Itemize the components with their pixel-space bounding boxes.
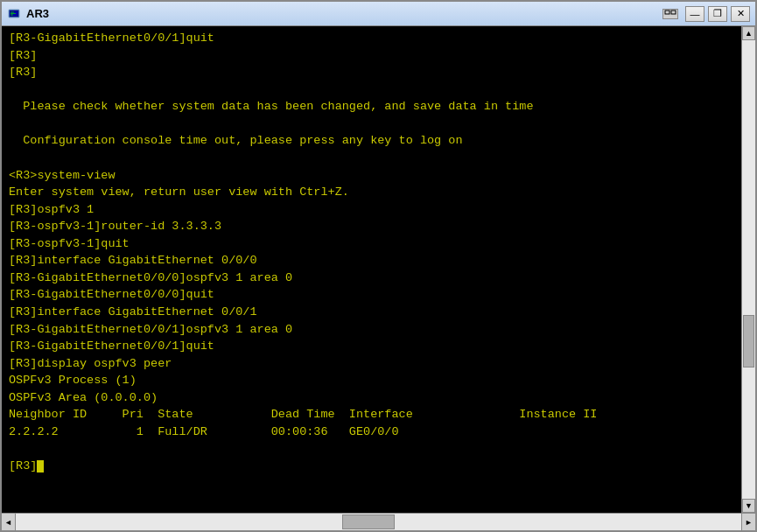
scroll-down-button[interactable]: ▼ xyxy=(742,499,755,513)
scroll-track-y[interactable] xyxy=(742,40,755,499)
restore-button[interactable]: ❐ xyxy=(708,6,727,22)
window-controls: — ❐ ✕ xyxy=(662,6,750,22)
vertical-scrollbar[interactable]: ▲ ▼ xyxy=(741,26,755,513)
scroll-track-x[interactable] xyxy=(16,514,741,530)
terminal-output: [R3-GigabitEthernet0/0/1]quit [R3] [R3] … xyxy=(2,26,741,513)
svg-rect-7 xyxy=(671,10,676,14)
horizontal-scrollbar[interactable]: ◄ ► xyxy=(2,513,755,530)
scroll-thumb-y[interactable] xyxy=(743,315,754,368)
main-window: AR3 — ❐ ✕ [R3-GigabitEthernet0/0/1]quit … xyxy=(0,0,757,532)
title-bar: AR3 — ❐ ✕ xyxy=(2,2,755,26)
terminal-container: [R3-GigabitEthernet0/0/1]quit [R3] [R3] … xyxy=(2,26,755,513)
svg-rect-6 xyxy=(665,10,669,14)
scroll-up-button[interactable]: ▲ xyxy=(742,26,755,40)
scroll-right-button[interactable]: ► xyxy=(741,514,755,530)
terminal-content[interactable]: [R3-GigabitEthernet0/0/1]quit [R3] [R3] … xyxy=(2,26,741,513)
minimize-restore-icon xyxy=(662,9,678,19)
window-icon xyxy=(7,7,21,21)
scroll-thumb-x[interactable] xyxy=(342,514,395,529)
close-button[interactable]: ✕ xyxy=(731,6,750,22)
scroll-left-button[interactable]: ◄ xyxy=(2,514,16,530)
minimize-button[interactable]: — xyxy=(685,6,704,22)
window-title: AR3 xyxy=(26,7,662,20)
